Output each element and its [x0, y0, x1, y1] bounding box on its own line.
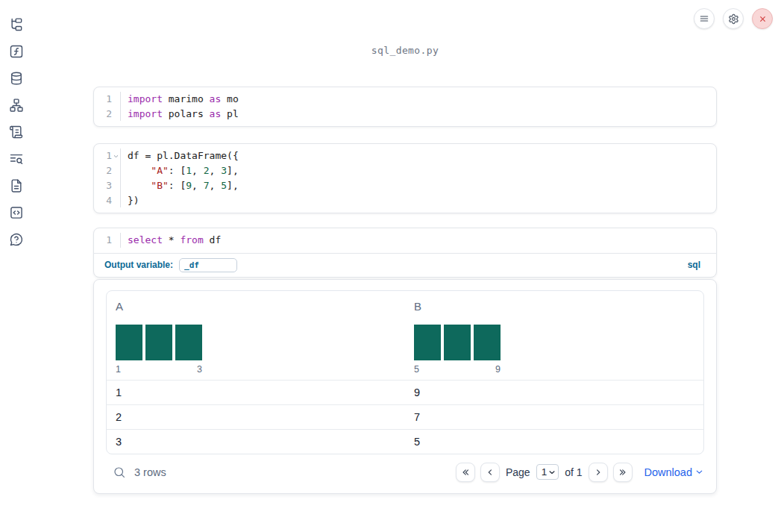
code-line: 3 "B": [9, 7, 5],	[94, 178, 716, 193]
code-cell: 1df = pl.DataFrame({2 "A": [1, 2, 3],3 "…	[93, 143, 717, 213]
close-icon	[757, 13, 768, 25]
code-line: 1select * from df	[94, 233, 716, 248]
output-variable-label: Output variable:	[104, 260, 173, 270]
sidebar-variables-panel[interactable]	[9, 44, 24, 59]
table-footer: 3 rows Page1of 1Download	[106, 461, 704, 484]
table-row[interactable]: 27	[107, 404, 703, 429]
table-cell: 5	[405, 436, 703, 448]
cell-output: A13B59 192735 3 rows Page1of 1Download	[93, 279, 717, 494]
sidebar-datasources-panel[interactable]	[9, 71, 24, 86]
database-icon	[9, 71, 24, 86]
table-row[interactable]: 19	[107, 380, 703, 404]
sidebar-outline-search-panel[interactable]	[9, 151, 24, 166]
settings-button[interactable]	[723, 8, 744, 29]
code-cell: 1import marimo as mo2import polars as pl	[93, 87, 717, 127]
search-icon	[113, 466, 126, 479]
code-content: })	[120, 193, 716, 208]
line-number: 2	[94, 163, 112, 178]
sql-cell: 1select * from dfOutput variable:sql	[93, 228, 717, 278]
first-page-button[interactable]	[456, 463, 475, 482]
table-cell: 1	[107, 387, 405, 398]
line-number: 1	[94, 92, 112, 107]
code-editor[interactable]: 1df = pl.DataFrame({2 "A": [1, 2, 3],3 "…	[94, 144, 716, 213]
previous-page-button[interactable]	[480, 463, 500, 482]
column-histogram	[414, 325, 501, 360]
column-header[interactable]: A13	[107, 291, 405, 380]
histogram-axis-labels: 13	[116, 364, 202, 375]
histogram-axis-labels: 59	[414, 364, 501, 375]
histogram-bar	[474, 325, 501, 360]
shutdown-button[interactable]	[752, 8, 773, 29]
histogram-min-label: 5	[414, 364, 419, 375]
fold-spacer	[112, 92, 120, 107]
chevron-down-icon	[694, 467, 704, 477]
page-select-value: 1	[542, 466, 548, 478]
table-cell: 2	[107, 411, 405, 423]
sidebar-logs-panel[interactable]	[9, 125, 24, 140]
sidebar-files-panel[interactable]	[9, 17, 24, 32]
sidebar-snippets-panel[interactable]	[9, 205, 24, 220]
page-select[interactable]: 1	[536, 464, 559, 480]
code-content: "A": [1, 2, 3],	[120, 163, 716, 178]
line-number: 3	[94, 178, 112, 193]
chevron-right-icon	[593, 467, 603, 478]
histogram-max-label: 3	[197, 364, 202, 375]
code-line: 1import marimo as mo	[94, 92, 716, 107]
help-circle-icon	[9, 232, 24, 247]
last-page-button[interactable]	[613, 463, 633, 482]
sidebar-dependencies-panel[interactable]	[9, 98, 24, 113]
function-square-icon	[9, 44, 24, 59]
chevron-down-icon	[113, 153, 119, 160]
table-body: 192735	[107, 380, 703, 454]
code-line: 2 "A": [1, 2, 3],	[94, 163, 716, 178]
table-cell: 3	[107, 436, 405, 448]
column-header[interactable]: B59	[405, 291, 703, 380]
helper-sidebar	[0, 0, 33, 247]
code-content: "B": [9, 7, 5],	[120, 178, 716, 193]
line-number: 4	[94, 193, 112, 208]
file-text-icon	[9, 178, 24, 193]
download-button[interactable]: Download	[644, 466, 705, 478]
histogram-bar	[145, 325, 172, 360]
sidebar-documentation-panel[interactable]	[9, 178, 24, 193]
table-footer-left: 3 rows	[113, 466, 166, 479]
table-search-button[interactable]	[113, 466, 126, 479]
code-content: df = pl.DataFrame({	[120, 148, 716, 163]
page-label: Page	[506, 466, 530, 478]
output-variable-input[interactable]	[179, 258, 237, 272]
data-table: A13B59 192735	[106, 290, 704, 454]
fold-toggle[interactable]	[112, 148, 120, 163]
code-content: select * from df	[120, 233, 716, 248]
histogram-bar	[444, 325, 471, 360]
cells-container: 1import marimo as mo2import polars as pl…	[93, 87, 717, 278]
column-name: B	[414, 300, 694, 313]
settings-icon	[728, 13, 739, 25]
next-page-button[interactable]	[589, 463, 608, 482]
file-tree-icon	[9, 17, 24, 32]
code-snippet-icon	[9, 205, 24, 220]
code-editor[interactable]: 1import marimo as mo2import polars as pl	[94, 87, 716, 126]
fold-spacer	[112, 178, 120, 193]
notebook-main: sql_demo.py 1import marimo as mo2import …	[93, 0, 717, 494]
line-number: 1	[94, 148, 112, 163]
code-editor[interactable]: 1select * from df	[94, 228, 716, 254]
histogram-min-label: 1	[116, 364, 121, 375]
code-line: 2import polars as pl	[94, 107, 716, 122]
table-row[interactable]: 35	[107, 429, 703, 454]
scroll-icon	[9, 125, 24, 140]
chevrons-left-icon	[460, 467, 471, 478]
fold-spacer	[112, 107, 120, 122]
code-content: import marimo as mo	[120, 92, 716, 107]
fold-spacer	[112, 233, 120, 248]
line-number: 1	[94, 233, 112, 248]
sql-cell-footer: Output variable:sql	[94, 254, 716, 277]
column-histogram	[116, 325, 202, 360]
chevron-down-icon	[548, 468, 556, 477]
sidebar-help-panel[interactable]	[9, 232, 24, 247]
dependency-graph-icon	[9, 98, 24, 113]
fold-spacer	[112, 193, 120, 208]
sql-language-badge: sql	[688, 260, 700, 270]
line-number: 2	[94, 107, 112, 122]
table-cell: 9	[405, 387, 703, 398]
code-line: 4})	[94, 193, 716, 208]
